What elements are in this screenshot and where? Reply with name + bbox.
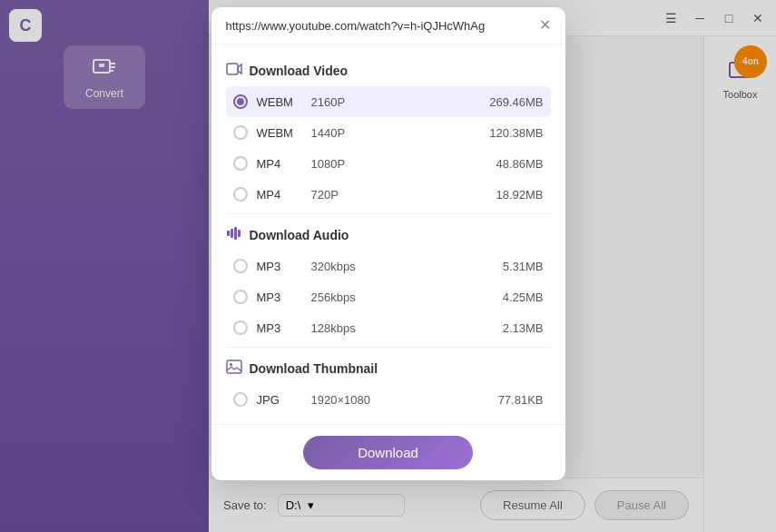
thumbnail-section-title: Download Thumbnail (250, 361, 378, 376)
row-format: WEBM (257, 95, 302, 109)
svg-rect-11 (238, 230, 241, 237)
modal-header: https://www.youtube.com/watch?v=h-iQJHcW… (211, 7, 565, 44)
row-size: 77.81KB (498, 393, 544, 407)
download-row-2[interactable]: MP41080P48.86MB (226, 148, 551, 179)
download-row-1[interactable]: WEBM1440P120.38MB (226, 117, 551, 148)
section-divider-1 (226, 213, 551, 214)
row-quality: 320kbps (311, 260, 494, 273)
radio-3[interactable] (233, 187, 248, 202)
row-quality: 128kbps (311, 321, 494, 335)
row-quality: 256kbps (311, 291, 494, 304)
row-quality: 1440P (311, 126, 481, 140)
download-row-0[interactable]: MP3320kbps5.31MB (226, 251, 551, 281)
section-header-thumbnail: Download Thumbnail (226, 351, 551, 384)
section-header-video: Download Video (226, 54, 551, 86)
video-section-title: Download Video (250, 64, 349, 78)
radio-0[interactable] (233, 392, 248, 407)
row-size: 2.13MB (503, 321, 544, 335)
radio-2[interactable] (233, 156, 248, 171)
row-quality: 720P (311, 188, 487, 202)
svg-rect-7 (227, 64, 238, 74)
svg-rect-10 (234, 227, 237, 240)
thumbnail-section-icon (226, 359, 242, 379)
row-format: MP3 (257, 291, 302, 304)
thumbnail-rows: JPG1920×108077.81KB (226, 384, 551, 415)
radio-2[interactable] (233, 320, 248, 335)
download-row-2[interactable]: MP3128kbps2.13MB (226, 312, 551, 343)
row-format: MP3 (257, 321, 302, 335)
row-size: 5.31MB (503, 260, 544, 273)
download-modal: https://www.youtube.com/watch?v=h-iQJHcW… (211, 7, 565, 480)
row-size: 48.86MB (496, 157, 543, 171)
radio-1[interactable] (233, 125, 248, 140)
radio-0[interactable] (233, 259, 248, 273)
audio-rows: MP3320kbps5.31MBMP3256kbps4.25MBMP3128kb… (226, 251, 551, 343)
video-section-icon (226, 61, 242, 81)
section-divider-2 (226, 347, 551, 348)
row-size: 120.38MB (489, 126, 543, 140)
modal-footer: Download (211, 424, 565, 480)
modal-body: Download Video WEBM2160P269.46MBWEBM1440… (211, 44, 565, 424)
download-row-1[interactable]: MP3256kbps4.25MB (226, 281, 551, 312)
modal-close-button[interactable]: ✕ (539, 18, 551, 33)
row-format: JPG (257, 393, 302, 407)
download-row-0[interactable]: WEBM2160P269.46MB (226, 86, 551, 117)
svg-rect-9 (231, 229, 233, 238)
row-size: 269.46MB (489, 95, 543, 109)
svg-point-13 (230, 363, 232, 366)
download-row-0[interactable]: JPG1920×108077.81KB (226, 384, 551, 415)
section-header-audio: Download Audio (226, 218, 551, 251)
video-rows: WEBM2160P269.46MBWEBM1440P120.38MBMP4108… (226, 86, 551, 210)
row-size: 4.25MB (503, 291, 544, 304)
svg-rect-8 (227, 231, 230, 236)
row-quality: 2160P (311, 95, 481, 109)
radio-1[interactable] (233, 290, 248, 304)
row-size: 18.92MB (496, 188, 543, 202)
download-row-3[interactable]: MP4720P18.92MB (226, 179, 551, 210)
audio-section-title: Download Audio (250, 228, 349, 242)
audio-section-icon (226, 225, 242, 245)
row-format: WEBM (257, 126, 302, 140)
svg-rect-12 (227, 360, 241, 373)
row-format: MP4 (257, 157, 302, 171)
modal-url: https://www.youtube.com/watch?v=h-iQJHcW… (226, 19, 532, 33)
row-quality: 1080P (311, 157, 487, 171)
row-format: MP3 (257, 260, 302, 273)
row-format: MP4 (257, 188, 302, 202)
row-quality: 1920×1080 (311, 393, 489, 407)
radio-0[interactable] (233, 94, 248, 109)
app-window: C Convert (0, 0, 776, 532)
modal-overlay: https://www.youtube.com/watch?v=h-iQJHcW… (0, 0, 776, 532)
download-button[interactable]: Download (303, 436, 473, 469)
